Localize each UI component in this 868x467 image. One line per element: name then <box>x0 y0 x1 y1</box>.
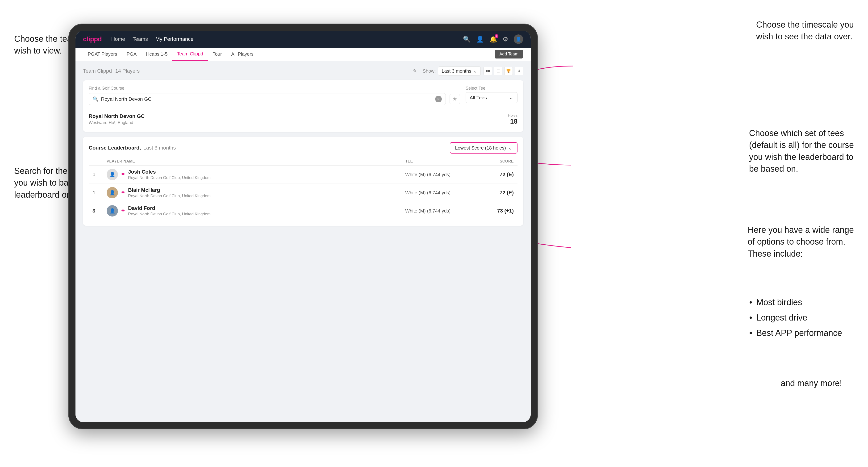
grid-view-btn[interactable]: ■■ <box>484 67 492 75</box>
edit-icon[interactable]: ✎ <box>413 68 417 74</box>
search-icon-btn[interactable]: 🔍 <box>463 36 470 43</box>
search-icon: 🔍 <box>93 96 99 102</box>
rank-3: 3 <box>92 208 106 214</box>
settings-icon-btn[interactable]: ⚙ <box>503 36 508 43</box>
bullet-item-3: Best APP performance <box>747 325 842 341</box>
show-label: Show: <box>423 68 436 74</box>
sub-nav-pga[interactable]: PGA <box>122 48 141 61</box>
player-club-1: Royal North Devon Golf Club, United King… <box>128 176 211 180</box>
tee-chevron-icon: ⌄ <box>509 95 514 100</box>
show-dropdown[interactable]: Last 3 months ⌄ <box>438 66 481 75</box>
search-input-wrapper: 🔍 ✕ <box>89 93 446 105</box>
player-info-1: Josh Coles Royal North Devon Golf Club, … <box>128 169 211 180</box>
sub-nav-pgat[interactable]: PGAT Players <box>83 48 122 61</box>
score-chevron-icon: ⌄ <box>508 145 512 151</box>
annotation-right-tee: Choose which set of tees (default is all… <box>749 127 854 175</box>
annotation-right-score: Here you have a wide range of options to… <box>748 224 854 260</box>
col-tee: TEE <box>405 159 471 163</box>
annotation-and-more: and many more! <box>781 377 842 389</box>
score-cell-1: 72 (E) <box>471 172 514 178</box>
player-cell-1: 👤 ❤ Josh Coles Royal North Devon Golf Cl… <box>106 169 405 180</box>
bullet-item-2: Longest drive <box>747 310 842 325</box>
course-location: Westward Ho!, England <box>89 120 145 125</box>
download-btn[interactable]: ⇩ <box>515 67 523 75</box>
course-search-card: Find a Golf Course 🔍 ✕ ★ Select Tee <box>83 80 523 132</box>
nav-links: Home Teams My Performance <box>111 36 454 42</box>
rank-2: 1 <box>92 190 106 196</box>
tee-dropdown[interactable]: All Tees ⌄ <box>466 92 518 103</box>
bell-icon-btn[interactable]: 🔔 1 <box>489 36 497 43</box>
tablet-screen: clippd Home Teams My Performance 🔍 👤 🔔 1… <box>75 31 531 422</box>
sub-nav-hcaps[interactable]: Hcaps 1-5 <box>141 48 172 61</box>
leaderboard-header: Course Leaderboard, Last 3 months Lowest… <box>89 142 518 154</box>
leaderboard-title: Course Leaderboard, Last 3 months <box>89 145 176 151</box>
tee-cell-1: White (M) (6,744 yds) <box>405 172 471 177</box>
player-cell-2: 👤 ❤ Blair McHarg Royal North Devon Golf … <box>106 187 405 198</box>
player-club-2: Royal North Devon Golf Club, United King… <box>128 194 211 198</box>
app-navbar: clippd Home Teams My Performance 🔍 👤 🔔 1… <box>75 31 531 48</box>
nav-link-my-performance[interactable]: My Performance <box>155 36 193 42</box>
score-cell-3: 73 (+1) <box>471 208 514 214</box>
nav-icons: 🔍 👤 🔔 1 ⚙ 👤 <box>463 34 523 44</box>
table-row: 1 👤 ❤ Blair McHarg Royal North Devon Gol… <box>89 184 518 202</box>
main-content: Team Clippd 14 Players ✎ Show: Last 3 mo… <box>75 61 531 422</box>
notification-badge: 1 <box>495 34 498 38</box>
leaderboard-card: Course Leaderboard, Last 3 months Lowest… <box>83 136 523 226</box>
sub-nav-tour[interactable]: Tour <box>208 48 226 61</box>
sub-nav-team-clippd[interactable]: Team Clippd <box>172 48 208 61</box>
player-name-1: Josh Coles <box>128 169 211 175</box>
rank-1: 1 <box>92 172 106 178</box>
list-view-btn[interactable]: ☰ <box>494 67 502 75</box>
app-logo: clippd <box>83 35 102 43</box>
tablet-frame: clippd Home Teams My Performance 🔍 👤 🔔 1… <box>68 24 538 429</box>
team-title: Team Clippd 14 Players <box>83 68 411 74</box>
player-avatar-2: 👤 <box>106 187 118 198</box>
sub-nav-all-players[interactable]: All Players <box>226 48 258 61</box>
table-header: PLAYER NAME TEE SCORE <box>89 157 518 165</box>
player-name-2: Blair McHarg <box>128 187 211 193</box>
chevron-down-icon: ⌄ <box>473 68 477 74</box>
player-info-3: David Ford Royal North Devon Golf Club, … <box>128 205 211 217</box>
score-type-dropdown[interactable]: Lowest Score (18 holes) ⌄ <box>450 142 518 154</box>
view-icons: ■■ ☰ 🏆 ⇩ <box>484 67 523 75</box>
player-club-3: Royal North Devon Golf Club, United King… <box>128 212 211 217</box>
holes-value: 18 <box>508 118 518 125</box>
trophy-view-btn[interactable]: 🏆 <box>504 67 513 75</box>
col-player-name: PLAYER NAME <box>106 159 405 163</box>
course-search-input[interactable] <box>101 96 433 102</box>
player-avatar-1: 👤 <box>106 169 118 180</box>
bullet-list: Most birdies Longest drive Best APP perf… <box>747 295 842 341</box>
find-course-label: Find a Golf Course <box>89 86 460 91</box>
player-info-2: Blair McHarg Royal North Devon Golf Club… <box>128 187 211 198</box>
tee-label: Select Tee <box>466 86 518 91</box>
col-score: SCORE <box>471 159 514 163</box>
course-result: Royal North Devon GC Westward Ho!, Engla… <box>89 109 518 126</box>
annotation-top-right: Choose the timescale you wish to see the… <box>756 19 854 43</box>
table-row: 3 👤 ❤ David Ford Royal North Devon Golf … <box>89 202 518 220</box>
search-row: 🔍 ✕ ★ <box>89 93 460 105</box>
tee-cell-2: White (M) (6,744 yds) <box>405 190 471 195</box>
nav-link-teams[interactable]: Teams <box>132 36 148 42</box>
heart-icon-2: ❤ <box>121 190 125 195</box>
heart-icon-3: ❤ <box>121 208 125 214</box>
player-name-3: David Ford <box>128 205 211 211</box>
score-cell-2: 72 (E) <box>471 190 514 196</box>
nav-link-home[interactable]: Home <box>111 36 125 42</box>
tee-section: Select Tee All Tees ⌄ <box>466 86 518 103</box>
user-avatar[interactable]: 👤 <box>514 34 523 44</box>
team-header: Team Clippd 14 Players ✎ Show: Last 3 mo… <box>83 66 523 75</box>
bullet-item-1: Most birdies <box>747 295 842 310</box>
favorite-btn[interactable]: ★ <box>450 94 460 104</box>
holes-badge: Holes 18 <box>508 114 518 125</box>
col-rank <box>92 159 106 163</box>
table-row: 1 👤 ❤ Josh Coles Royal North Devon Golf … <box>89 165 518 184</box>
player-avatar-3: 👤 <box>106 205 118 217</box>
user-icon-btn[interactable]: 👤 <box>476 36 484 43</box>
sub-navbar: PGAT Players PGA Hcaps 1-5 Team Clippd T… <box>75 48 531 61</box>
player-cell-3: 👤 ❤ David Ford Royal North Devon Golf Cl… <box>106 205 405 217</box>
heart-icon-1: ❤ <box>121 172 125 177</box>
add-team-button[interactable]: Add Team <box>495 50 523 59</box>
clear-search-btn[interactable]: ✕ <box>435 96 442 102</box>
tee-cell-3: White (M) (6,744 yds) <box>405 208 471 214</box>
holes-label: Holes <box>508 114 518 118</box>
